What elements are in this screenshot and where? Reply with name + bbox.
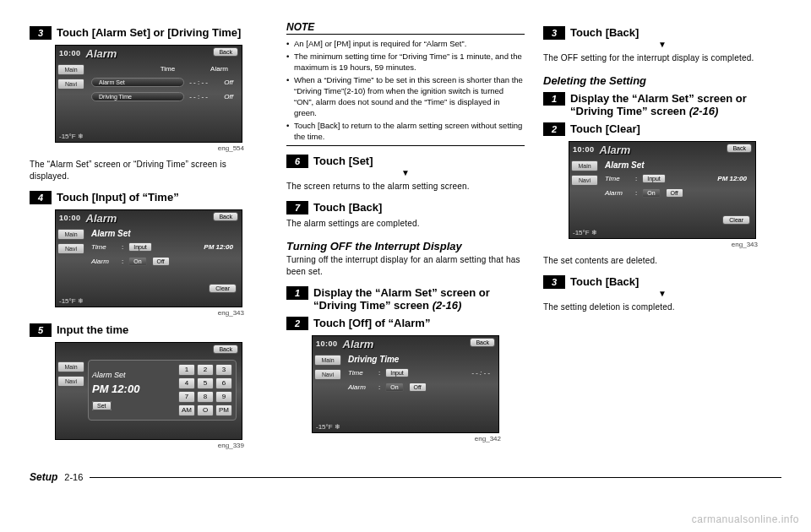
- alarm-value: Off: [213, 93, 233, 100]
- key-3[interactable]: 3: [215, 364, 232, 376]
- on-button[interactable]: On: [642, 188, 660, 198]
- step-badge: 1: [286, 286, 308, 300]
- main-button[interactable]: Main: [314, 355, 341, 366]
- set-button[interactable]: Set: [92, 401, 112, 410]
- input-button[interactable]: Input: [128, 242, 152, 252]
- clear-button[interactable]: Clear: [722, 215, 750, 225]
- caption: eng_554: [30, 144, 244, 152]
- driving-time-row[interactable]: Driving Time: [91, 92, 184, 101]
- navi-button[interactable]: Navi: [314, 369, 341, 380]
- back-button[interactable]: Back: [470, 338, 495, 347]
- screenshot-alarm-set-clear: 10:00 Alarm Back Main Navi Alarm Set Tim…: [569, 141, 756, 239]
- step-text: Touch [Clear]: [570, 122, 640, 135]
- screen-title: Alarm: [343, 338, 374, 350]
- back-button[interactable]: Back: [213, 212, 238, 221]
- step-3d: 3 Touch [Back]: [543, 275, 781, 289]
- step-badge: 2: [543, 122, 565, 136]
- key-6[interactable]: 6: [215, 377, 232, 389]
- footer-page: 2-16: [64, 472, 83, 482]
- time-label: Time: [348, 369, 373, 377]
- main-button[interactable]: Main: [571, 160, 598, 171]
- on-button[interactable]: On: [128, 257, 146, 266]
- off-button[interactable]: Off: [152, 257, 170, 266]
- off-button[interactable]: Off: [666, 188, 683, 198]
- down-arrow-icon: ▼: [543, 40, 781, 49]
- caption: eng_339: [30, 442, 244, 449]
- col-time: Time: [161, 65, 175, 73]
- time-readout: PM 12:00: [204, 243, 233, 251]
- step-text: Touch [Off] of “Alarm”: [313, 317, 430, 329]
- down-arrow-icon: ▼: [286, 168, 525, 177]
- step-badge: 2: [286, 317, 308, 330]
- step-text: Touch [Back]: [313, 201, 382, 214]
- key-5[interactable]: 5: [197, 377, 214, 389]
- navi-button[interactable]: Navi: [571, 175, 598, 186]
- note-list: An [AM] or [PM] input is required for “A…: [286, 38, 525, 142]
- step-2c: 2 Touch [Clear]: [543, 122, 781, 136]
- step-3c: 3 Touch [Back]: [543, 26, 781, 40]
- main-button[interactable]: Main: [57, 229, 84, 240]
- off-button[interactable]: Off: [409, 383, 427, 392]
- back-button[interactable]: Back: [727, 144, 752, 153]
- input-button[interactable]: Input: [642, 174, 666, 183]
- back-button[interactable]: Back: [213, 47, 238, 57]
- column-2: NOTE An [AM] or [PM] input is required f…: [286, 21, 525, 456]
- navi-button[interactable]: Navi: [57, 243, 84, 254]
- on-button[interactable]: On: [385, 383, 403, 392]
- body-text: The set contents are deleted.: [543, 255, 781, 267]
- body-text: The alarm settings are completed.: [286, 218, 525, 230]
- clock: 10:00: [59, 49, 81, 57]
- key-pm[interactable]: PM: [215, 404, 232, 416]
- note-item: When a “Driving Time” to be set in this …: [286, 74, 525, 118]
- step-1c: 1 Display the “Alarm Set” screen or “Dri…: [543, 92, 781, 117]
- time-readout: PM 12:00: [92, 383, 171, 395]
- main-button[interactable]: Main: [57, 361, 84, 372]
- body-text: The “Alarm Set” screen or “Driving Time”…: [30, 159, 268, 182]
- alarm-set-row[interactable]: Alarm Set: [91, 78, 184, 87]
- navi-button[interactable]: Navi: [57, 79, 84, 90]
- step-text: Touch [Back]: [570, 26, 639, 39]
- note-item: An [AM] or [PM] input is required for “A…: [286, 38, 525, 49]
- key-am[interactable]: AM: [178, 404, 195, 416]
- time-readout: PM 12:00: [717, 175, 747, 182]
- note-heading: NOTE: [286, 21, 525, 35]
- clock: 10:00: [573, 145, 595, 154]
- key-9[interactable]: 9: [215, 391, 232, 403]
- key-7[interactable]: 7: [178, 391, 195, 403]
- subheading: Turning OFF the Interrupt Display: [286, 240, 525, 252]
- time-readout: - - : - -: [471, 369, 490, 377]
- navi-button[interactable]: Navi: [57, 376, 84, 387]
- key-o[interactable]: O: [197, 404, 214, 416]
- key-1[interactable]: 1: [178, 364, 195, 376]
- step-text: Display the “Alarm Set” screen or “Drivi…: [313, 286, 525, 312]
- clear-button[interactable]: Clear: [209, 284, 237, 293]
- clock: 10:00: [59, 214, 81, 222]
- body-text: The setting deletion is completed.: [543, 301, 781, 313]
- key-8[interactable]: 8: [197, 391, 214, 403]
- panel-title: Driving Time: [345, 353, 493, 366]
- back-button[interactable]: Back: [213, 345, 238, 354]
- body-text: The OFF setting for the interrupt displa…: [543, 52, 781, 64]
- step-text: Touch [Set]: [313, 155, 373, 167]
- step-badge: 3: [543, 26, 565, 40]
- step-4: 4 Touch [Input] of “Time”: [30, 191, 268, 204]
- key-2[interactable]: 2: [197, 364, 214, 376]
- input-button[interactable]: Input: [385, 368, 409, 377]
- step-badge: 3: [543, 275, 565, 289]
- alarm-label: Alarm: [348, 383, 373, 391]
- step-6: 6 Touch [Set]: [286, 155, 525, 168]
- step-text: Touch [Input] of “Time”: [57, 191, 179, 204]
- panel-title: Alarm Set: [88, 227, 237, 240]
- down-arrow-icon: ▼: [543, 289, 781, 298]
- step-badge: 6: [286, 155, 308, 168]
- temperature: -15°F ❄: [316, 423, 340, 431]
- main-button[interactable]: Main: [57, 64, 84, 75]
- body-text: Turning off the interrupt display for an…: [286, 254, 525, 278]
- key-4[interactable]: 4: [178, 377, 195, 389]
- time-label: Time: [605, 175, 630, 182]
- step-1b: 1 Display the “Alarm Set” screen or “Dri…: [286, 286, 525, 312]
- panel-title: Alarm Set: [92, 371, 171, 379]
- alarm-value: Off: [213, 79, 233, 86]
- step-badge: 1: [543, 92, 565, 106]
- col-alarm: Alarm: [210, 65, 228, 73]
